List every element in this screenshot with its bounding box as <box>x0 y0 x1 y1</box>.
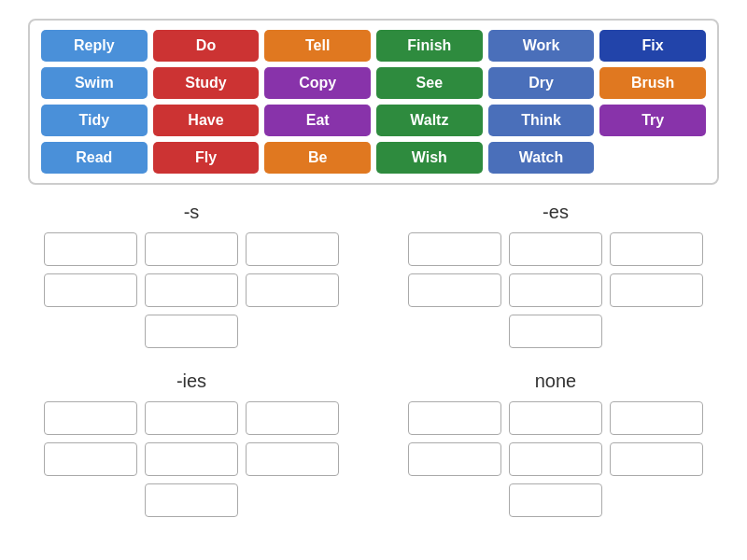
section-es-title: -es <box>543 202 569 223</box>
word-btn-think[interactable]: Think <box>488 105 595 136</box>
section-s: -s <box>33 202 350 348</box>
word-btn-read[interactable]: Read <box>41 142 148 174</box>
drop-box[interactable] <box>408 232 501 266</box>
drop-box[interactable] <box>509 273 602 307</box>
drop-box[interactable] <box>44 273 137 307</box>
section-ies: -ies <box>33 371 350 517</box>
drop-box[interactable] <box>145 315 238 348</box>
drop-box[interactable] <box>44 232 137 266</box>
drop-box[interactable] <box>509 232 602 266</box>
drop-box[interactable] <box>408 273 501 307</box>
word-btn-tidy[interactable]: Tidy <box>41 105 148 136</box>
word-btn-brush[interactable]: Brush <box>599 67 706 99</box>
word-btn-be[interactable]: Be <box>264 142 371 174</box>
drop-box[interactable] <box>408 401 501 435</box>
drop-grid-none <box>408 401 703 517</box>
drop-box[interactable] <box>509 483 602 517</box>
drop-box[interactable] <box>246 273 339 307</box>
word-btn-swim[interactable]: Swim <box>41 67 148 99</box>
word-btn-waltz[interactable]: Waltz <box>376 105 483 136</box>
section-none: none <box>397 371 714 517</box>
word-btn-have[interactable]: Have <box>153 105 260 136</box>
word-btn-copy[interactable]: Copy <box>264 67 371 99</box>
section-none-title: none <box>535 371 577 392</box>
drop-box[interactable] <box>246 401 339 435</box>
drop-box[interactable] <box>610 401 703 435</box>
drop-box[interactable] <box>509 315 602 348</box>
word-btn-work[interactable]: Work <box>488 30 595 62</box>
drop-box[interactable] <box>610 442 703 476</box>
word-btn-fly[interactable]: Fly <box>153 142 260 174</box>
drop-box[interactable] <box>145 273 238 307</box>
section-ies-title: -ies <box>176 371 206 392</box>
drop-grid-s <box>44 232 339 348</box>
word-btn-fix[interactable]: Fix <box>599 30 706 62</box>
drop-box[interactable] <box>145 442 238 476</box>
drop-grid-ies <box>44 401 339 517</box>
word-bank: ReplyDoTellFinishWorkFixSwimStudyCopySee… <box>28 19 719 185</box>
word-btn-see[interactable]: See <box>376 67 483 99</box>
drop-box[interactable] <box>509 401 602 435</box>
word-btn-reply[interactable]: Reply <box>41 30 148 62</box>
sections-container-2: -ies none <box>9 371 738 517</box>
drop-box[interactable] <box>145 401 238 435</box>
word-btn-do[interactable]: Do <box>153 30 260 62</box>
drop-box[interactable] <box>145 232 238 266</box>
drop-box[interactable] <box>408 442 501 476</box>
drop-box[interactable] <box>610 273 703 307</box>
word-btn-try[interactable]: Try <box>599 105 706 136</box>
section-s-title: -s <box>184 202 200 223</box>
drop-box[interactable] <box>44 401 137 435</box>
word-btn-study[interactable]: Study <box>153 67 260 99</box>
word-btn-wish[interactable]: Wish <box>376 142 483 174</box>
section-es: -es <box>397 202 714 348</box>
drop-grid-es <box>408 232 703 348</box>
drop-box[interactable] <box>610 232 703 266</box>
word-btn-eat[interactable]: Eat <box>264 105 371 136</box>
word-btn-dry[interactable]: Dry <box>488 67 595 99</box>
drop-box[interactable] <box>246 232 339 266</box>
word-btn-watch[interactable]: Watch <box>488 142 595 174</box>
word-btn-tell[interactable]: Tell <box>264 30 371 62</box>
sections-container: -s -es <box>9 202 738 348</box>
drop-box[interactable] <box>246 442 339 476</box>
drop-box[interactable] <box>44 442 137 476</box>
drop-box[interactable] <box>509 442 602 476</box>
word-btn-finish[interactable]: Finish <box>376 30 483 62</box>
drop-box[interactable] <box>145 483 238 517</box>
